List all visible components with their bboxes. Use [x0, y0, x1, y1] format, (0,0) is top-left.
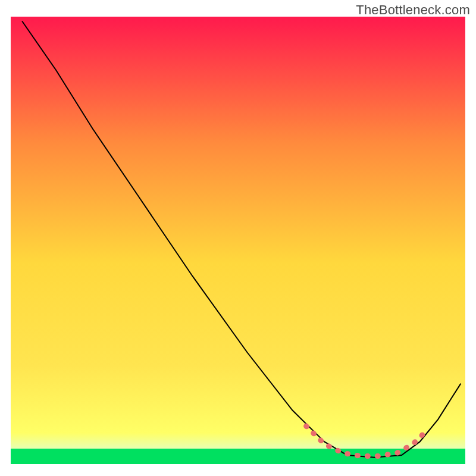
watermark-text: TheBottleneck.com [356, 2, 470, 18]
bottleneck-chart [0, 0, 476, 476]
gradient-background [11, 17, 465, 464]
chart-stage: TheBottleneck.com [0, 0, 476, 476]
